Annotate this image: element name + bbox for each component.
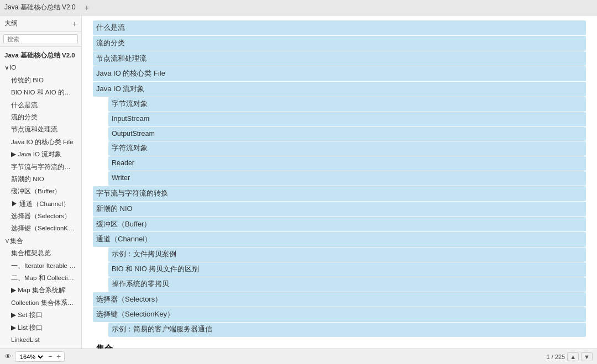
content-item[interactable]: 通道（Channel）: [93, 232, 586, 247]
content-item[interactable]: Java IO 的核心类 File: [93, 66, 586, 81]
sidebar-tree-item[interactable]: 缓冲区（Buffer）: [0, 185, 81, 197]
content-area: 什么是流流的分类节点流和处理流Java IO 的核心类 FileJava IO …: [82, 15, 597, 349]
sidebar-search-container: [0, 32, 81, 47]
sidebar-tree-item[interactable]: ▶ Map 集合系统解: [0, 284, 81, 296]
sidebar-tree-item[interactable]: LinkedList: [0, 334, 81, 346]
eye-icon[interactable]: 👁: [4, 352, 12, 361]
zoom-control: 164% 100% 125% 150% 200% − +: [15, 351, 65, 362]
content-item[interactable]: Reader: [108, 156, 586, 171]
content-item[interactable]: 流的分类: [93, 36, 586, 51]
bottom-right: 1 / 225 ▲ ▼: [547, 352, 593, 361]
sidebar-tree-item[interactable]: 字节流与字符流的转换: [0, 161, 81, 173]
sidebar-tree-item[interactable]: 选择键（SelectionKey）: [0, 222, 81, 234]
sidebar-tree-item[interactable]: ▶ Set 接口: [0, 309, 81, 321]
sidebar-tree-item[interactable]: Java IO 的核心类 File: [0, 136, 81, 148]
sidebar-add-button[interactable]: +: [72, 19, 77, 28]
sidebar-tree-item[interactable]: ▶ 通道（Channel）: [0, 198, 81, 210]
zoom-select[interactable]: 164% 100% 125% 150% 200%: [18, 353, 45, 361]
sidebar-tree-item[interactable]: ∨IO: [0, 61, 81, 73]
content-item[interactable]: 字符流对象: [108, 141, 586, 156]
sidebar-tree-item[interactable]: Collection 集合体系详解: [0, 297, 81, 309]
sidebar-tree-item[interactable]: 集合框架总览: [0, 247, 81, 259]
sidebar-title: 大纲: [4, 19, 18, 28]
content-item[interactable]: 字节流对象: [108, 97, 586, 112]
content-item[interactable]: InputStream: [108, 112, 586, 126]
content-item[interactable]: 节点流和处理流: [93, 51, 586, 66]
title-bar-plus-button[interactable]: +: [85, 3, 89, 12]
sidebar-tree-item[interactable]: 新潮的 NIO: [0, 173, 81, 185]
sidebar-tree-item[interactable]: 传统的 BIO: [0, 74, 81, 86]
zoom-in-button[interactable]: +: [56, 352, 62, 361]
sidebar-tree-item[interactable]: 什么是流: [0, 99, 81, 111]
content-item[interactable]: 集合: [93, 340, 586, 349]
content-item[interactable]: Java IO 流对象: [93, 82, 586, 97]
window-title: Java 基础核心总结 V2.0: [4, 3, 76, 12]
sidebar-header: 大纲 +: [0, 15, 81, 32]
page-up-button[interactable]: ▲: [567, 352, 579, 361]
content-item[interactable]: BIO 和 NIO 拷贝文件的区别: [108, 262, 586, 277]
sidebar-tree: Java 基础核心总结 V2.0∨IO传统的 BIOBIO NIO 和 AIO …: [0, 47, 81, 349]
content-scroll: 什么是流流的分类节点流和处理流Java IO 的核心类 FileJava IO …: [82, 15, 597, 349]
zoom-out-button[interactable]: −: [47, 352, 54, 361]
content-item[interactable]: 什么是流: [93, 20, 586, 35]
sidebar-tree-item[interactable]: 流的分类: [0, 111, 81, 123]
main-container: 大纲 + Java 基础核心总结 V2.0∨IO传统的 BIOBIO NIO 和…: [0, 15, 597, 349]
sidebar-tree-item[interactable]: 节点流和处理流: [0, 123, 81, 135]
title-bar: Java 基础核心总结 V2.0 +: [0, 0, 597, 15]
content-item[interactable]: 操作系统的零拷贝: [108, 277, 586, 292]
content-item[interactable]: 示例：简易的客户端服务器通信: [108, 323, 586, 337]
content-item[interactable]: 缓冲区（Buffer）: [93, 217, 586, 232]
content-item[interactable]: Writer: [108, 171, 586, 186]
content-item[interactable]: 选择器（Selectors）: [93, 292, 586, 307]
sidebar-tree-item[interactable]: 选择器（Selectors）: [0, 210, 81, 222]
sidebar-tree-item[interactable]: ▶ List 接口: [0, 321, 81, 334]
sidebar-tree-item[interactable]: BIO NIO 和 AIO 的区别: [0, 86, 81, 98]
sidebar-tree-item[interactable]: 一、Iterator Iterable Lis...: [0, 260, 81, 272]
sidebar: 大纲 + Java 基础核心总结 V2.0∨IO传统的 BIOBIO NIO 和…: [0, 15, 82, 349]
bottom-bar: 👁 164% 100% 125% 150% 200% − + 1 / 225 ▲…: [0, 349, 597, 364]
search-input[interactable]: [3, 34, 78, 44]
sidebar-tree-item[interactable]: Java 基础核心总结 V2.0: [0, 49, 81, 61]
content-item[interactable]: 新潮的 NIO: [93, 202, 586, 217]
content-item[interactable]: OutputStream: [108, 127, 586, 141]
bottom-left: 👁 164% 100% 125% 150% 200% − +: [4, 351, 65, 362]
sidebar-tree-item[interactable]: ▶ Java IO 流对象: [0, 148, 81, 160]
content-item[interactable]: 示例：文件拷贝案例: [108, 247, 586, 262]
page-info: 1 / 225: [547, 354, 565, 360]
content-item[interactable]: 字节流与字符流的转换: [93, 186, 586, 201]
sidebar-tree-item[interactable]: ∨集合: [0, 235, 81, 247]
sidebar-tree-item[interactable]: 二、Map 和 Collection...: [0, 272, 81, 284]
page-down-button[interactable]: ▼: [581, 352, 593, 361]
content-item[interactable]: 选择键（SelectionKey）: [93, 307, 586, 322]
